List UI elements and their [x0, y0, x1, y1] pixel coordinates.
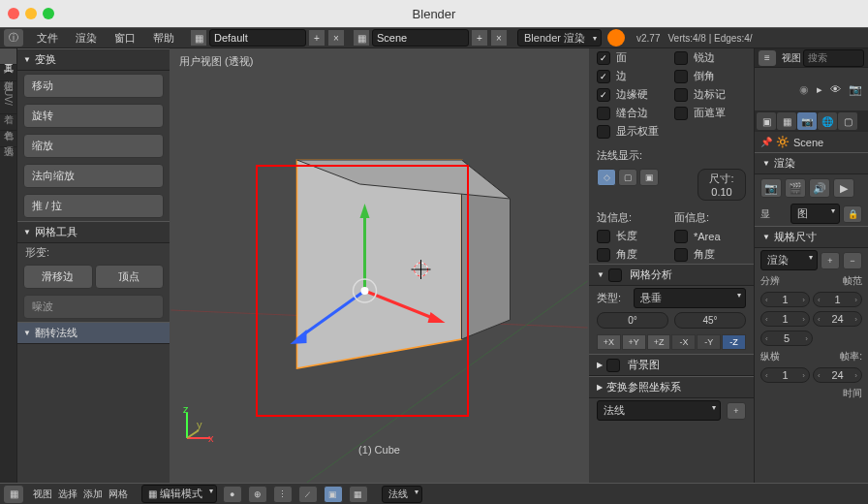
axis-ny[interactable]: -Y — [697, 334, 721, 350]
scene-remove-icon[interactable]: × — [490, 29, 508, 47]
axis-nx[interactable]: -X — [671, 334, 696, 350]
3dview-editor-icon[interactable]: ▦ — [4, 486, 23, 503]
bb-add-menu[interactable]: 添加 — [83, 488, 103, 501]
res-pct-field[interactable]: ‹5› — [760, 331, 813, 346]
slider-dot-icon[interactable]: ◉ — [799, 83, 809, 96]
display-mode-select[interactable]: 图 — [790, 204, 840, 224]
angle-min-field[interactable]: 0° — [597, 312, 668, 329]
tool-shrink-fatten[interactable]: 法向缩放 — [23, 164, 164, 188]
minimize-window-icon[interactable] — [25, 8, 37, 19]
angle-max-field[interactable]: 45° — [674, 312, 746, 329]
panel-mesh-tools[interactable]: 网格工具 — [17, 221, 170, 243]
info-editor-icon[interactable]: ⓘ — [4, 29, 23, 47]
chk-facemask[interactable] — [674, 107, 688, 120]
res-y-field[interactable]: ‹1› — [760, 311, 810, 327]
tab-tools[interactable]: 工具 — [0, 48, 16, 65]
panel-flip-normals[interactable]: 翻转法线 — [17, 322, 170, 344]
bb-view-menu[interactable]: 视图 — [33, 488, 52, 501]
panel-mesh-analysis[interactable]: 网格分析 — [589, 264, 754, 286]
chk-face[interactable] — [597, 51, 610, 65]
normals-loop-icon[interactable]: ▢ — [618, 169, 637, 186]
tool-push-pull[interactable]: 推 / 拉 — [23, 194, 164, 218]
prop-tab-render-icon[interactable]: ▣ — [757, 112, 776, 130]
panel-dimensions[interactable]: 规格尺寸 — [755, 226, 868, 248]
tool-noise[interactable]: 噪波 — [23, 295, 164, 319]
layout-add-icon[interactable]: + — [308, 29, 326, 47]
sel-face-icon[interactable]: ▣ — [324, 486, 343, 503]
chk-angle-e[interactable] — [597, 248, 610, 262]
axis-pz[interactable]: +Z — [647, 334, 671, 350]
pivot-icon[interactable]: ⊕ — [248, 486, 267, 503]
axis-nz[interactable]: -Z — [722, 334, 746, 350]
sel-edge-icon[interactable]: ⟋ — [298, 486, 318, 503]
layout-browse-icon[interactable]: ▦ — [190, 29, 207, 47]
tab-create[interactable]: 创建 — [0, 65, 16, 81]
render-preset-select[interactable]: 渲染 — [760, 250, 818, 270]
prop-tab-layer-icon[interactable]: ▦ — [777, 112, 796, 130]
panel-bg-image[interactable]: 背景图 — [589, 354, 754, 376]
render-anim-icon[interactable]: 🎬 — [785, 178, 806, 198]
chk-area[interactable] — [674, 230, 688, 243]
pin-icon[interactable]: 📌 — [760, 137, 772, 147]
layout-remove-icon[interactable]: × — [327, 29, 345, 47]
scene-browse-icon[interactable]: ▦ — [353, 29, 370, 47]
menu-file[interactable]: 文件 — [29, 31, 66, 46]
restrict-render-icon[interactable]: 📷 — [849, 83, 862, 96]
chk-weight[interactable] — [597, 125, 610, 139]
orientation-add-icon[interactable]: + — [727, 402, 746, 420]
bb-mesh-menu[interactable]: 网格 — [108, 488, 128, 501]
render-engine-select[interactable]: Blender 渲染 — [517, 29, 602, 47]
orientation-select[interactable]: 法线 — [597, 400, 721, 421]
chk-sharp[interactable] — [674, 51, 688, 65]
normals-size-field[interactable]: 尺寸: 0.10 — [698, 169, 746, 201]
chk-crease[interactable] — [597, 88, 610, 102]
bb-select-menu[interactable]: 选择 — [58, 488, 78, 501]
prop-tab-scene-icon[interactable]: 📷 — [797, 112, 817, 130]
frame-start-field[interactable]: ‹1› — [813, 292, 862, 307]
outliner-view-menu[interactable]: 视图 — [782, 51, 801, 65]
scene-select[interactable]: Scene — [372, 29, 469, 47]
chk-angle-f[interactable] — [674, 248, 688, 262]
preset-add-icon[interactable]: + — [821, 252, 840, 269]
chk-edge[interactable] — [597, 70, 610, 83]
tab-shading[interactable]: 着色 — [0, 114, 16, 131]
tab-uv[interactable]: UV/着 — [0, 81, 16, 114]
tool-scale[interactable]: 缩放 — [23, 134, 164, 158]
menu-window[interactable]: 窗口 — [107, 31, 143, 46]
render-audio-icon[interactable]: 🔊 — [809, 178, 830, 198]
3d-viewport[interactable]: 用户视图 (透视) zxy (1) Cube — [170, 48, 589, 483]
analysis-type-select[interactable]: 悬垂 — [634, 288, 746, 308]
shading-solid-icon[interactable]: ● — [223, 486, 242, 503]
screen-layout-select[interactable]: Default — [209, 29, 306, 47]
prop-tab-world-icon[interactable]: 🌐 — [818, 112, 837, 130]
mode-select[interactable]: ▦ 编辑模式 — [141, 485, 217, 503]
menu-help[interactable]: 帮助 — [145, 31, 182, 46]
tool-translate[interactable]: 移动 — [23, 74, 164, 98]
tool-edge-slide[interactable]: 滑移边 — [23, 265, 93, 289]
chk-freestyle[interactable] — [674, 88, 688, 102]
limit-sel-icon[interactable]: ▦ — [349, 486, 368, 503]
outliner-search[interactable]: 搜索 — [803, 49, 864, 67]
outliner-editor-icon[interactable]: ≡ — [759, 50, 776, 66]
tab-options[interactable]: 选项 — [0, 131, 16, 147]
frame-end-field[interactable]: ‹24› — [813, 311, 862, 327]
panel-transform-orient[interactable]: 变换参照坐标系 — [589, 376, 754, 398]
restrict-view-icon[interactable]: 👁 — [830, 83, 841, 95]
chk-seam[interactable] — [597, 107, 610, 120]
chk-length[interactable] — [597, 230, 610, 243]
sel-vertex-icon[interactable]: ⋮ — [273, 486, 293, 503]
render-play-icon[interactable]: ▶ — [833, 178, 854, 198]
tool-rotate[interactable]: 旋转 — [23, 104, 164, 128]
aspect-x-field[interactable]: ‹1› — [760, 367, 810, 383]
prop-tab-object-icon[interactable]: ▢ — [838, 112, 857, 130]
fps-field[interactable]: ‹24› — [813, 367, 862, 383]
panel-transform[interactable]: 变换 — [17, 48, 170, 71]
menu-render[interactable]: 渲染 — [68, 31, 105, 46]
lock-ui-icon[interactable]: 🔒 — [843, 205, 862, 223]
normals-vertex-icon[interactable]: ◇ — [597, 169, 616, 186]
restrict-select-icon[interactable]: ▸ — [817, 83, 822, 96]
axis-py[interactable]: +Y — [622, 334, 646, 350]
render-still-icon[interactable]: 📷 — [760, 178, 782, 198]
panel-render[interactable]: 渲染 — [755, 152, 868, 174]
tool-vertex-slide[interactable]: 顶点 — [95, 265, 165, 289]
